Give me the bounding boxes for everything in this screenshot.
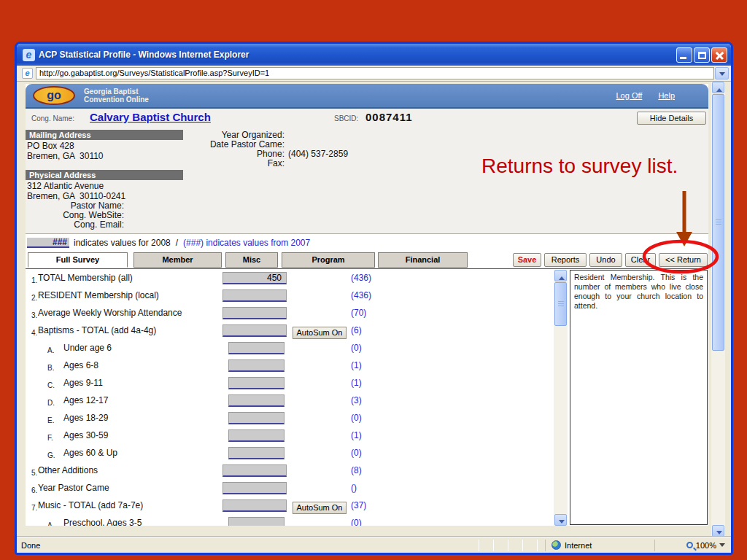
scrollbar-thumb[interactable]: [554, 282, 567, 326]
clear-button[interactable]: Clear: [625, 253, 656, 267]
previous-year-value: (70): [351, 308, 366, 318]
previous-year-value: (1): [351, 360, 362, 370]
value-input[interactable]: [222, 499, 287, 512]
scroll-up-icon[interactable]: [712, 82, 724, 93]
address-dropdown-button[interactable]: [715, 67, 729, 79]
value-input[interactable]: [228, 377, 285, 389]
tab-member[interactable]: Member: [133, 252, 222, 268]
previous-year-value: (436): [351, 290, 371, 300]
autosum-button[interactable]: AutoSum On: [293, 502, 347, 514]
scroll-down-icon[interactable]: [554, 514, 567, 526]
row-label: Ages 9-11: [63, 378, 103, 388]
form-row: C.Ages 9-11(1): [26, 376, 553, 393]
scrollbar-thumb[interactable]: [712, 94, 724, 351]
value-input[interactable]: [222, 289, 287, 302]
row-label: Ages 60 & Up: [63, 448, 117, 458]
header-link-help[interactable]: Help: [658, 91, 675, 100]
form-row: B.Ages 6-8(1): [26, 358, 553, 376]
value-input[interactable]: [228, 447, 285, 459]
status-separator: [537, 540, 538, 551]
row-number: 3.: [31, 311, 37, 319]
row-label: RESIDENT Membership (local): [38, 290, 159, 300]
row-number: A.: [47, 346, 54, 354]
previous-year-value: (1): [351, 378, 362, 388]
legend-current-text: indicates values for 2008: [74, 238, 171, 248]
value-input[interactable]: [222, 272, 287, 284]
previous-year-value: (6): [351, 325, 362, 335]
form-row: A.Under age 6(0): [26, 341, 553, 358]
tab-program[interactable]: Program: [282, 252, 375, 268]
minimize-icon: [680, 57, 686, 59]
value-input[interactable]: [222, 324, 287, 337]
physical-address-line: Bremen, GA 30110-0241: [27, 191, 125, 201]
value-input[interactable]: [222, 307, 287, 319]
row-label: TOTAL Membership (all): [38, 273, 133, 283]
magnifier-icon: [686, 542, 693, 548]
window-title: ACP Statistical Profile - Windows Intern…: [39, 50, 676, 60]
previous-year-value: (8): [351, 465, 362, 475]
undo-button[interactable]: Undo: [589, 253, 622, 267]
value-input[interactable]: [228, 412, 285, 424]
detail-field-value: (404) 537-2859: [285, 149, 348, 159]
physical-address-line: 312 Atlantic Avenue: [27, 181, 125, 191]
survey-form: 1.TOTAL Membership (all)(436)2.RESIDENT …: [26, 268, 708, 526]
zoom-control[interactable]: 100%: [654, 540, 731, 551]
save-button[interactable]: Save: [513, 253, 541, 267]
row-number: A.: [47, 521, 54, 526]
tab-full-survey[interactable]: Full Survey: [28, 252, 128, 268]
org-line2: Convention Online: [84, 96, 149, 104]
page-scrollbar[interactable]: [711, 82, 725, 537]
autosum-button[interactable]: AutoSum On: [293, 327, 347, 339]
title-bar: e ACP Statistical Profile - Windows Inte…: [17, 44, 731, 66]
minimize-button[interactable]: [676, 47, 692, 63]
status-text: Done: [17, 541, 465, 550]
form-row: 6.Year Pastor Came(): [26, 481, 553, 498]
ie-window-icon: e: [23, 49, 35, 61]
scroll-up-icon[interactable]: [554, 270, 567, 281]
row-label: Baptisms - TOTAL (add 4a-4g): [38, 325, 156, 335]
sbcid-value: 0087411: [365, 111, 413, 123]
page-ie-icon: e: [22, 68, 33, 79]
value-input[interactable]: [228, 517, 285, 526]
row-number: G.: [47, 451, 55, 459]
tabs-row: Full SurveyMemberMiscProgramFinancialSav…: [26, 251, 708, 268]
tab-financial[interactable]: Financial: [378, 252, 468, 268]
mailing-address-line: PO Box 428: [27, 141, 104, 151]
value-input[interactable]: [228, 394, 285, 407]
form-row: 7.Music - TOTAL (add 7a-7e)AutoSum On(37…: [26, 498, 553, 516]
row-label: Ages 12-17: [63, 395, 108, 405]
cong-name-label: Cong. Name:: [31, 114, 74, 122]
gbco-logo: go: [33, 86, 75, 105]
form-scrollbar[interactable]: [554, 270, 568, 526]
value-input[interactable]: [228, 342, 285, 354]
row-label: Preschool, Ages 3-5: [63, 518, 142, 526]
value-input[interactable]: [222, 482, 287, 494]
maximize-button[interactable]: [694, 47, 710, 63]
detail-field-label: Fax:: [171, 159, 285, 168]
internet-zone-pane: Internet: [545, 540, 654, 551]
form-row: 2.RESIDENT Membership (local)(436): [26, 288, 553, 306]
close-button[interactable]: [711, 47, 727, 63]
hide-details-button[interactable]: Hide Details: [637, 112, 706, 125]
mailing-address-header: Mailing Address: [26, 130, 183, 140]
value-input[interactable]: [222, 464, 287, 477]
legend-separator: /: [176, 238, 178, 248]
address-input[interactable]: http://go.gabaptist.org/Surveys/Statisti…: [36, 67, 714, 79]
return-button[interactable]: << Return: [659, 253, 708, 267]
reports-button[interactable]: Reports: [544, 253, 587, 267]
previous-year-value: (1): [351, 430, 362, 440]
value-input[interactable]: [228, 359, 285, 372]
value-input[interactable]: [228, 429, 285, 442]
tab-misc[interactable]: Misc: [225, 252, 278, 268]
header-link-log-off[interactable]: Log Off: [616, 91, 642, 100]
previous-year-value: (0): [351, 413, 362, 423]
form-row: G.Ages 60 & Up(0): [26, 446, 553, 463]
page-viewport: go Georgia Baptist Convention Online Log…: [17, 82, 731, 537]
scroll-down-icon[interactable]: [712, 525, 724, 537]
previous-year-value: (0): [351, 518, 362, 526]
cong-name-link[interactable]: Calvary Baptist Church: [90, 111, 211, 123]
previous-year-value: (0): [351, 448, 362, 458]
contact-label: Cong. Email:: [26, 220, 124, 230]
internet-zone-label: Internet: [565, 541, 592, 550]
row-number: F.: [47, 434, 53, 442]
